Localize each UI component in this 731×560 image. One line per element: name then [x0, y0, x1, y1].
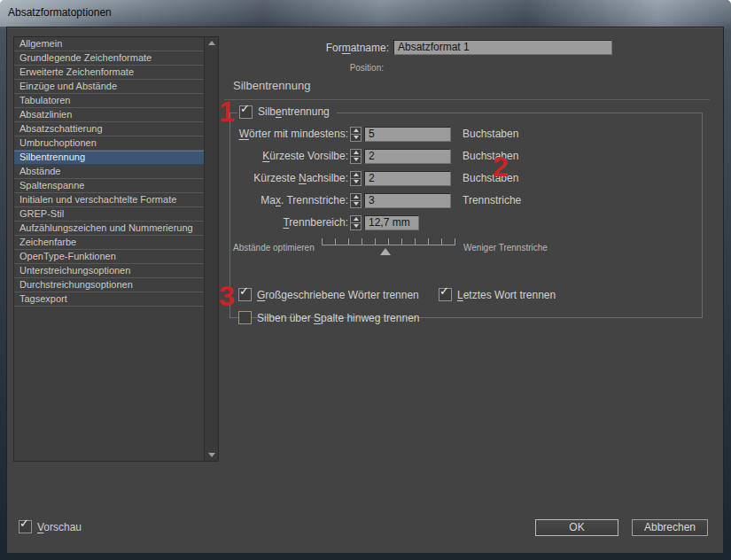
- stepper-down-icon[interactable]: [351, 135, 361, 141]
- sidebar-item-unterstreichungsoptionen[interactable]: Unterstreichungsoptionen: [14, 264, 204, 278]
- max-hyphens-row: Max. Trennstriche: 3 Trennstriche: [233, 191, 521, 209]
- window-frame: Absatzformatoptionen Allgemein Grundlege…: [0, 0, 731, 560]
- annotation-3: 3: [219, 283, 235, 309]
- sidebar-item-grep-stil[interactable]: GREP-Stil: [14, 207, 204, 222]
- last-word-checkbox[interactable]: ✓: [439, 288, 452, 301]
- words-min-label: Wörter mit mindestens:: [233, 128, 348, 140]
- sidebar-item-spaltenspanne[interactable]: Spaltenspanne: [14, 179, 204, 193]
- preview-checkbox[interactable]: ✓: [19, 520, 32, 533]
- sidebar-item-zeichenfarbe[interactable]: Zeichenfarbe: [14, 236, 204, 250]
- slider-right-label: Weniger Trennstriche: [463, 243, 548, 253]
- across-column-row: Silben über Spalte hinweg trennen: [238, 311, 419, 324]
- stepper-down-icon[interactable]: [351, 201, 361, 207]
- shortest-prefix-label: Kürzeste Vorsilbe:: [233, 150, 348, 162]
- sidebar-item-initialen-und-verschachtelte-formate[interactable]: Initialen und verschachtelte Formate: [14, 193, 204, 207]
- position-label: Position:: [233, 63, 384, 73]
- shortest-suffix-suffix: Buchstaben: [463, 172, 518, 184]
- capitalized-words-label: Großgeschriebene Wörter trennen: [257, 289, 419, 301]
- sidebar-item-aufzaehlungszeichen-und-nummerierung[interactable]: Aufzählungszeichen und Nummerierung: [14, 222, 204, 236]
- sidebar-scrollbar[interactable]: [204, 37, 218, 461]
- shortest-suffix-input[interactable]: 2: [364, 171, 451, 186]
- annotation-2: 2: [493, 153, 509, 180]
- across-column-checkbox[interactable]: [238, 311, 252, 324]
- across-column-label: Silben über Spalte hinweg trennen: [257, 312, 419, 324]
- stepper-down-icon[interactable]: [351, 179, 361, 185]
- shortest-suffix-label: Kürzeste Nachsilbe:: [233, 172, 348, 184]
- scroll-down-icon[interactable]: [205, 449, 218, 461]
- titlebar[interactable]: Absatzformatoptionen: [0, 0, 731, 27]
- checkmark-icon: ✓: [240, 103, 250, 114]
- hyphen-zone-input[interactable]: 12,7 mm: [364, 215, 419, 230]
- capitalized-words-row: ✓ Großgeschriebene Wörter trennen: [238, 288, 419, 301]
- last-word-label: Letztes Wort trennen: [457, 289, 556, 301]
- sidebar-item-grundlegende-zeichenformate[interactable]: Grundlegende Zeichenformate: [14, 51, 204, 66]
- shortest-prefix-suffix: Buchstaben: [463, 150, 518, 162]
- formatname-input[interactable]: Absatzformat 1: [393, 40, 612, 55]
- hyphenation-checkbox-label: Silbentrennung: [258, 105, 330, 118]
- hyphenation-checkbox[interactable]: ✓: [239, 105, 253, 119]
- slider-left-label: Abstände optimieren: [233, 243, 315, 253]
- ok-button[interactable]: OK: [535, 519, 618, 536]
- hyphen-zone-label: Trennbereich:: [233, 216, 348, 229]
- annotation-1: 1: [219, 98, 235, 125]
- style-options-rows: Allgemein Grundlegende Zeichenformate Er…: [14, 37, 204, 461]
- sidebar-item-abstaende[interactable]: Abstände: [14, 165, 204, 179]
- preview-row: ✓ Vorschau: [19, 520, 82, 533]
- sidebar-item-allgemein[interactable]: Allgemein: [14, 37, 204, 51]
- stepper-up-icon[interactable]: [351, 128, 361, 135]
- window-title: Absatzformatoptionen: [8, 6, 112, 19]
- hyphenation-slider-track[interactable]: [322, 238, 455, 245]
- hyphenation-enable-row: ✓ Silbentrennung: [237, 104, 337, 120]
- checkmark-icon: ✓: [439, 285, 449, 297]
- checkmark-icon: ✓: [19, 517, 29, 529]
- sidebar-item-absatzlinien[interactable]: Absatzlinien: [14, 108, 204, 122]
- words-min-row: Wörter mit mindestens: 5 Buchstaben: [233, 125, 518, 143]
- words-min-input[interactable]: 5: [364, 127, 451, 142]
- sidebar-item-einzuege-und-abstaende[interactable]: Einzüge und Abstände: [14, 80, 204, 94]
- stepper-up-icon[interactable]: [351, 150, 361, 157]
- shortest-prefix-input[interactable]: 2: [364, 149, 451, 164]
- sidebar-item-silbentrennung[interactable]: Silbentrennung: [14, 151, 204, 165]
- sidebar-item-tagsexport[interactable]: Tagsexport: [14, 292, 204, 307]
- stepper-up-icon[interactable]: [351, 216, 361, 223]
- words-min-stepper[interactable]: [350, 127, 362, 142]
- stepper-down-icon[interactable]: [351, 157, 361, 163]
- sidebar-item-absatzschattierung[interactable]: Absatzschattierung: [14, 122, 204, 136]
- sidebar-item-durchstreichungsoptionen[interactable]: Durchstreichungsoptionen: [14, 278, 204, 292]
- checkmark-icon: ✓: [239, 285, 249, 297]
- max-hyphens-input[interactable]: 3: [364, 193, 451, 208]
- words-min-suffix: Buchstaben: [463, 128, 518, 140]
- max-hyphens-stepper[interactable]: [350, 193, 362, 208]
- hyphenation-slider-thumb[interactable]: [380, 248, 391, 255]
- heading-divider: [224, 99, 710, 100]
- shortest-suffix-stepper[interactable]: [350, 171, 362, 186]
- last-word-row: ✓ Letztes Wort trennen: [439, 288, 556, 301]
- formatname-label: Formatname:: [233, 42, 389, 54]
- capitalized-words-checkbox[interactable]: ✓: [238, 288, 252, 301]
- sidebar-item-umbruchoptionen[interactable]: Umbruchoptionen: [14, 136, 204, 151]
- shortest-prefix-stepper[interactable]: [350, 149, 362, 164]
- preview-label: Vorschau: [37, 521, 82, 533]
- max-hyphens-label: Max. Trennstriche:: [233, 194, 348, 206]
- scroll-up-icon[interactable]: [205, 37, 218, 49]
- page-title: Silbentrennung: [233, 79, 310, 92]
- cancel-button[interactable]: Abbrechen: [632, 519, 708, 536]
- hyphen-zone-row: Trennbereich: 12,7 mm: [233, 214, 419, 231]
- shortest-suffix-row: Kürzeste Nachsilbe: 2 Buchstaben: [233, 169, 518, 187]
- sidebar-item-erweiterte-zeichenformate[interactable]: Erweiterte Zeichenformate: [14, 66, 204, 80]
- dialog-body: Allgemein Grundlegende Zeichenformate Er…: [6, 27, 724, 554]
- stepper-up-icon[interactable]: [351, 172, 361, 179]
- stepper-up-icon[interactable]: [351, 194, 361, 201]
- style-options-list: Allgemein Grundlegende Zeichenformate Er…: [13, 36, 219, 462]
- shortest-prefix-row: Kürzeste Vorsilbe: 2 Buchstaben: [233, 147, 518, 165]
- hyphen-zone-stepper[interactable]: [350, 215, 362, 230]
- sidebar-item-tabulatoren[interactable]: Tabulatoren: [14, 94, 204, 108]
- sidebar-item-opentype-funktionen[interactable]: OpenType-Funktionen: [14, 250, 204, 264]
- stepper-down-icon[interactable]: [351, 223, 361, 229]
- max-hyphens-suffix: Trennstriche: [463, 194, 521, 206]
